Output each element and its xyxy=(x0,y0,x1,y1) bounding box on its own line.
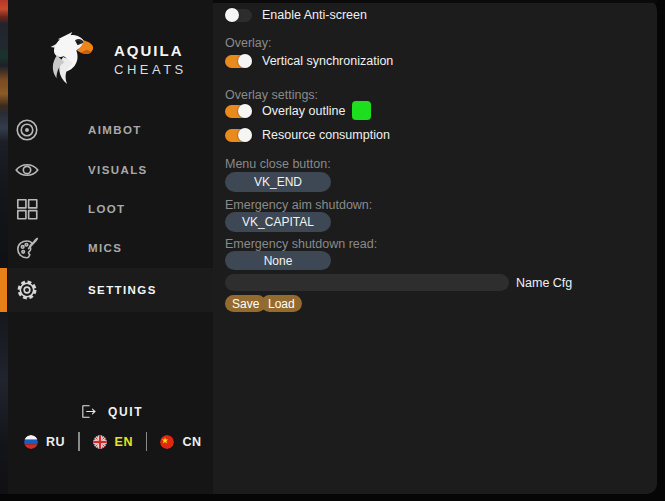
emergency-aim-keybind-button[interactable]: VK_CAPITAL xyxy=(225,212,331,232)
sidebar-item-settings[interactable]: SETTINGS xyxy=(0,268,213,312)
desktop-edge-sliver xyxy=(0,0,8,494)
sidebar-item-label: SETTINGS xyxy=(88,284,157,296)
ru-flag-icon xyxy=(24,435,38,449)
sidebar-item-loot[interactable]: LOOT xyxy=(0,189,213,229)
settings-panel: Enable Anti-screen Overlay: Vertical syn… xyxy=(213,0,657,494)
divider xyxy=(78,432,80,451)
overlay-outline-row: Overlay outline xyxy=(225,104,345,118)
en-flag-icon xyxy=(93,435,107,449)
app-logo: AQUILA CHEATS xyxy=(36,24,206,94)
overlay-outline-label: Overlay outline xyxy=(262,104,345,118)
eye-icon xyxy=(14,157,40,183)
anti-screen-toggle[interactable] xyxy=(225,9,252,22)
palette-icon xyxy=(14,235,40,261)
vsync-label: Vertical synchronization xyxy=(262,54,393,68)
sidebar-item-label: LOOT xyxy=(88,203,126,215)
brand-subtitle: CHEATS xyxy=(114,62,187,77)
emergency-read-label: Emergency shutdown read: xyxy=(225,237,377,251)
window-top-edge xyxy=(213,0,657,3)
brand-text: AQUILA CHEATS xyxy=(114,42,187,77)
lang-ru[interactable]: RU xyxy=(24,435,65,449)
lang-en[interactable]: EN xyxy=(93,435,133,449)
cn-flag-icon xyxy=(160,435,174,449)
overlay-section-label: Overlay: xyxy=(225,36,272,50)
eagle-logo-icon xyxy=(36,26,106,92)
resource-consumption-toggle[interactable] xyxy=(225,129,252,142)
active-item-indicator xyxy=(0,268,7,312)
outline-color-swatch[interactable] xyxy=(352,101,371,120)
menu-close-keybind-button[interactable]: VK_END xyxy=(225,172,331,192)
divider xyxy=(146,432,148,451)
sidebar-item-mics[interactable]: MICS xyxy=(0,228,213,268)
quit-label: QUIT xyxy=(108,405,143,419)
language-switcher: RU EN CN xyxy=(24,432,202,451)
lang-code: RU xyxy=(46,435,65,449)
overlay-settings-section-label: Overlay settings: xyxy=(225,88,318,102)
sidebar-item-aimbot[interactable]: AIMBOT xyxy=(0,110,213,150)
config-name-input[interactable] xyxy=(225,274,509,291)
anti-screen-label: Enable Anti-screen xyxy=(262,8,367,22)
anti-screen-row: Enable Anti-screen xyxy=(225,8,367,22)
lang-code: EN xyxy=(115,435,133,449)
emergency-aim-label: Emergency aim shutdown: xyxy=(225,198,372,212)
menu-close-label: Menu close button: xyxy=(225,157,331,171)
config-name-label: Name Cfg xyxy=(516,276,572,290)
sidebar-item-label: VISUALS xyxy=(88,164,148,176)
lang-cn[interactable]: CN xyxy=(160,435,201,449)
sidebar-item-visuals[interactable]: VISUALS xyxy=(0,150,213,190)
sidebar-item-label: MICS xyxy=(88,242,122,254)
emergency-read-keybind-button[interactable]: None xyxy=(225,251,331,270)
brand-name: AQUILA xyxy=(114,42,187,59)
app-window: AQUILA CHEATS AIMBOT VISUALS xyxy=(0,0,657,494)
target-icon xyxy=(14,117,40,143)
resource-consumption-label: Resource consumption xyxy=(262,128,390,142)
grid-icon xyxy=(14,196,40,222)
vsync-row: Vertical synchronization xyxy=(225,54,393,68)
logout-icon xyxy=(80,403,97,420)
overlay-outline-toggle[interactable] xyxy=(225,105,252,118)
quit-button[interactable]: QUIT xyxy=(80,403,143,420)
load-button[interactable]: Load xyxy=(261,295,302,312)
resource-consumption-row: Resource consumption xyxy=(225,128,390,142)
vsync-toggle[interactable] xyxy=(225,55,252,68)
sidebar: AQUILA CHEATS AIMBOT VISUALS xyxy=(0,0,213,494)
sidebar-item-label: AIMBOT xyxy=(88,124,142,136)
lang-code: CN xyxy=(182,435,201,449)
gear-icon xyxy=(14,277,40,303)
